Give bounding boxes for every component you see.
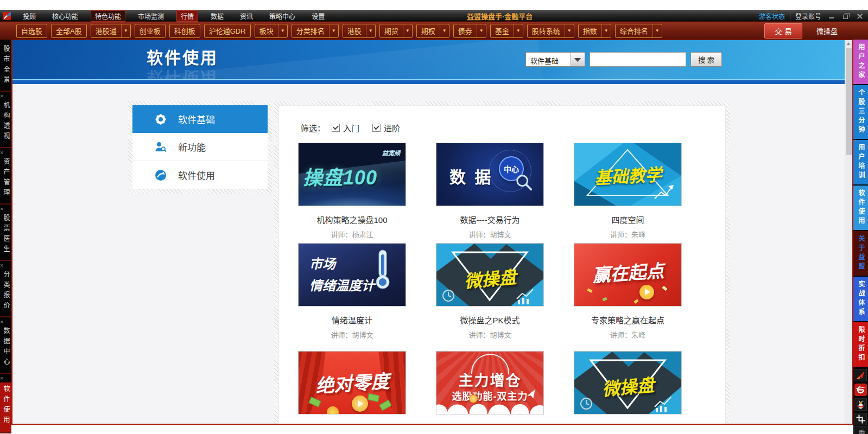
- vertical-scrollbar[interactable]: [845, 40, 852, 424]
- market-tab-button[interactable]: 期权▼: [416, 24, 449, 38]
- right-sidebar-tab[interactable]: 用户培训: [853, 140, 868, 184]
- market-tab-button[interactable]: 综合排名▼: [615, 24, 662, 38]
- right-sidebar-tab[interactable]: 限时折扣: [853, 322, 868, 367]
- market-tab-button[interactable]: 全部A股: [51, 24, 87, 38]
- dropdown-arrow-icon[interactable]: ▼: [440, 24, 449, 37]
- close-icon[interactable]: ×: [0, 206, 11, 213]
- course-card[interactable]: 微操盘: [574, 351, 682, 414]
- close-icon[interactable]: ×: [0, 375, 11, 382]
- right-sidebar-tab[interactable]: 用户之家: [853, 40, 868, 84]
- course-banner[interactable]: 绝对零度: [298, 351, 406, 414]
- search-button[interactable]: 搜 索: [690, 52, 722, 67]
- filter-checkbox[interactable]: [372, 124, 381, 132]
- dropdown-arrow-icon[interactable]: ▼: [366, 24, 375, 37]
- right-sidebar-tab-entrust[interactable]: 委托: [854, 426, 867, 434]
- right-sidebar-tab[interactable]: 关于益盟: [853, 231, 868, 276]
- course-card[interactable]: 微操盘微操盘之PK模式讲师：胡博文: [436, 243, 544, 340]
- minimize-button[interactable]: [828, 12, 835, 20]
- dropdown-arrow-icon[interactable]: ▼: [565, 24, 574, 37]
- search-input[interactable]: [590, 52, 686, 67]
- dropdown-arrow-icon[interactable]: ▼: [514, 24, 523, 37]
- course-card[interactable]: 市场情绪温度计情绪温度计讲师：胡博文: [298, 243, 406, 340]
- dropdown-arrow-icon[interactable]: ▼: [477, 24, 486, 37]
- side-menu-item[interactable]: 软件基础: [132, 105, 268, 133]
- course-card[interactable]: 益宽频操盘100机构策略之操盘100讲师：杨肃江: [298, 143, 406, 239]
- close-icon[interactable]: ×: [0, 149, 11, 156]
- market-tab-button[interactable]: 股转系统▼: [527, 24, 574, 38]
- close-icon[interactable]: ×: [0, 318, 11, 326]
- left-sidebar-tab[interactable]: ×分类报价: [0, 261, 11, 317]
- scrollbar-thumb[interactable]: [846, 48, 852, 155]
- trade-button[interactable]: 交 易: [764, 23, 802, 39]
- dropdown-arrow-icon[interactable]: ▼: [329, 24, 338, 37]
- menu-item[interactable]: 特色功能: [91, 10, 125, 22]
- filter-option[interactable]: 进阶: [372, 122, 400, 133]
- menu-item[interactable]: 投顾: [19, 11, 40, 21]
- market-tab-button[interactable]: 港股通▼: [91, 24, 131, 38]
- close-button[interactable]: [856, 12, 864, 20]
- menu-item[interactable]: 资讯: [236, 11, 257, 21]
- dropdown-arrow-icon[interactable]: ▼: [601, 24, 611, 37]
- market-tab-button[interactable]: 科创板: [169, 24, 200, 38]
- app-logo-icon[interactable]: [3, 12, 12, 20]
- course-banner[interactable]: 微操盘: [574, 351, 682, 414]
- login-link[interactable]: 登录账号: [790, 11, 821, 21]
- left-sidebar-tab[interactable]: 股市全景: [0, 44, 11, 92]
- menu-item[interactable]: 数据: [207, 11, 227, 21]
- course-banner[interactable]: 主力增仓选股功能-双主力: [436, 351, 544, 414]
- left-sidebar-tab[interactable]: ×软件使用: [0, 374, 11, 433]
- course-banner[interactable]: 赢在起点: [574, 243, 682, 307]
- rocket-icon[interactable]: [854, 369, 867, 381]
- market-tab-button[interactable]: 创业板: [135, 24, 166, 38]
- market-tab-button[interactable]: 债券▼: [453, 24, 486, 38]
- dropdown-arrow-icon[interactable]: ▼: [652, 24, 662, 37]
- market-tab-button[interactable]: 板块▼: [255, 24, 288, 38]
- left-sidebar-tab[interactable]: ×数据中心: [0, 317, 11, 374]
- category-select[interactable]: 软件基础: [525, 52, 585, 67]
- filter-checkbox[interactable]: [332, 124, 340, 132]
- menu-item[interactable]: 市场监测: [134, 11, 168, 21]
- right-sidebar-tab[interactable]: 软件使用: [853, 186, 868, 230]
- menu-item[interactable]: 核心功能: [48, 11, 82, 21]
- dropdown-arrow-icon[interactable]: ▼: [403, 24, 412, 37]
- market-tab-button[interactable]: 港股▼: [343, 24, 376, 38]
- course-card[interactable]: 基础教学四度空间讲师：朱峰: [574, 143, 682, 239]
- restore-button[interactable]: [842, 12, 850, 20]
- side-menu-item[interactable]: 新功能: [132, 133, 268, 161]
- close-icon[interactable]: ×: [0, 262, 11, 269]
- market-tab-button[interactable]: 自选股: [16, 24, 47, 38]
- qq-icon[interactable]: [854, 398, 867, 411]
- market-tab-button[interactable]: 分类排名▼: [292, 24, 339, 38]
- course-banner[interactable]: 微操盘: [436, 243, 544, 307]
- side-menu-item[interactable]: 软件使用: [132, 161, 268, 189]
- menu-item[interactable]: 行情: [176, 10, 198, 22]
- chevron-down-icon[interactable]: [571, 53, 585, 66]
- course-banner[interactable]: 益宽频操盘100: [298, 143, 406, 206]
- filter-option[interactable]: 入门: [332, 122, 359, 133]
- explorer-icon[interactable]: [854, 384, 867, 396]
- course-card[interactable]: 主力增仓选股功能-双主力: [436, 351, 544, 414]
- market-tab-button[interactable]: 沪伦通GDR: [204, 24, 251, 38]
- right-sidebar-tab[interactable]: 实战体系: [853, 277, 868, 321]
- course-banner[interactable]: 基础教学: [574, 143, 682, 206]
- course-banner[interactable]: 数 据中心: [436, 143, 544, 206]
- left-sidebar-tab[interactable]: ×机构透视: [0, 92, 11, 148]
- dropdown-arrow-icon[interactable]: ▼: [121, 24, 130, 37]
- left-sidebar-tab[interactable]: ×资产管理: [0, 148, 11, 205]
- market-tab-button[interactable]: 指数▼: [578, 24, 611, 38]
- micro-trade-link[interactable]: 微操盘: [816, 25, 838, 36]
- course-card[interactable]: 绝对零度: [298, 351, 406, 414]
- market-tab-button[interactable]: 期货▼: [379, 24, 413, 38]
- course-card[interactable]: 数 据中心数据----交易行为讲师：胡博文: [436, 143, 544, 239]
- right-sidebar-tab[interactable]: 个股三分钟: [853, 85, 868, 139]
- capture-icon[interactable]: [854, 413, 867, 425]
- close-icon[interactable]: ×: [0, 93, 11, 100]
- guest-status[interactable]: 游客状态: [759, 11, 785, 21]
- left-sidebar-tab[interactable]: ×股票医生: [0, 205, 11, 261]
- course-banner[interactable]: 市场情绪温度计: [298, 243, 406, 307]
- course-card[interactable]: 赢在起点专家策略之赢在起点讲师：朱峰: [574, 243, 682, 340]
- scroll-up-icon[interactable]: [845, 40, 852, 47]
- dropdown-arrow-icon[interactable]: ▼: [278, 24, 287, 37]
- market-tab-button[interactable]: 基金▼: [490, 24, 523, 38]
- menu-item[interactable]: 设置: [308, 11, 328, 21]
